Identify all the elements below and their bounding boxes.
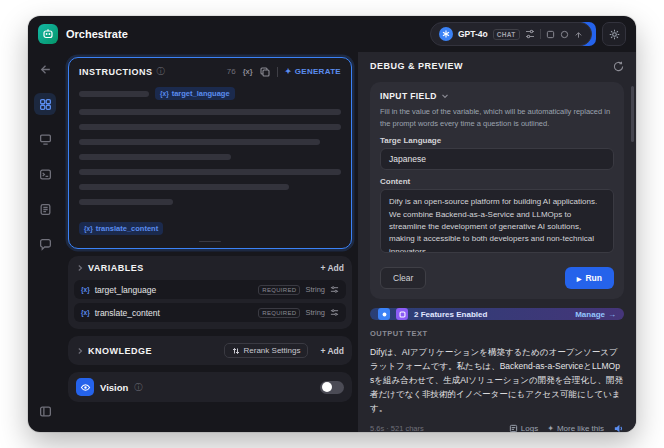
variable-type: String [305,308,325,317]
add-knowledge-button[interactable]: + Add [320,346,344,356]
input-field-card: INPUT FIELD Fill in the value of the var… [370,82,624,299]
edit-variable-button[interactable] [330,308,339,317]
logs-icon [39,203,52,216]
app-window: Orchestrate GPT-4o CHAT Publish [28,16,636,432]
content-textarea[interactable]: Dify is an open-source platform for buil… [380,189,614,253]
speaker-icon [613,423,624,432]
rerank-settings-button[interactable]: Rerank Settings [224,343,309,358]
sidebar-item-preview[interactable] [34,128,56,150]
model-option-icon[interactable] [560,30,569,39]
prompt-variable-token[interactable]: {x} translate_content [79,222,163,235]
variables-title: VARIABLES [88,263,144,273]
terminal-icon [39,168,52,181]
required-badge: REQUIRED [258,308,300,318]
insert-variable-button[interactable]: {x} [243,67,253,76]
refresh-button[interactable] [613,61,624,72]
clear-button[interactable]: Clear [380,267,426,289]
model-selector[interactable]: GPT-4o CHAT [430,22,592,46]
generate-button[interactable]: ✦ GENERATE [285,67,341,76]
orchestrate-icon [39,98,52,111]
input-field-description: Fill in the value of the variable, which… [380,106,614,129]
text-to-speech-button[interactable] [613,423,624,432]
copy-button[interactable] [260,67,270,77]
edit-variable-button[interactable] [330,285,339,294]
logs-button[interactable]: Logs [509,424,538,432]
collapse-sidebar-button[interactable] [34,400,56,422]
model-option-icon[interactable] [546,30,555,39]
chevron-down-icon [441,92,449,100]
app-icon[interactable] [38,24,58,44]
model-option-icon[interactable] [574,30,583,39]
refresh-icon [613,61,624,72]
prompt-variable-token[interactable]: {x} target_language [155,87,235,100]
run-label: Run [585,273,602,283]
resize-handle[interactable] [199,241,221,242]
arrow-right-icon: → [608,310,616,319]
skeleton-line [79,154,231,160]
required-badge: REQUIRED [258,285,300,295]
variable-name: translate_content [95,308,160,318]
skeleton-line [79,139,320,145]
monitor-icon [39,133,52,146]
knowledge-section: KNOWLEDGE Rerank Settings + Add [68,336,352,365]
sidebar-rail [28,52,62,432]
more-like-this-button[interactable]: ✦ More like this [547,424,604,432]
chevron-right-icon[interactable] [76,264,84,272]
add-variable-button[interactable]: + Add [320,263,344,273]
instructions-title: INSTRUCTIONS [79,67,153,77]
vision-section: Vision ⓘ [68,372,352,402]
openai-icon [439,27,453,41]
vision-toggle[interactable] [320,381,344,394]
more-like-this-label: More like this [557,424,604,432]
play-icon: ▶ [577,275,582,282]
manage-features-button[interactable]: Manage → [575,310,616,319]
variable-row[interactable]: {x} target_language REQUIRED String [74,280,346,299]
debug-preview-panel: DEBUG & PREVIEW INPUT FIELD Fill in the … [358,52,636,432]
target-language-select[interactable]: Japanese [380,148,614,170]
vision-label: Vision [100,382,128,393]
variable-row[interactable]: {x} translate_content REQUIRED String [74,303,346,322]
variable-icon: {x} [84,225,93,232]
skeleton-line [79,169,341,175]
features-enabled-label: 2 Features Enabled [414,310,487,319]
skeleton-line [79,124,341,130]
settings-button[interactable] [602,22,626,46]
manage-label: Manage [575,310,605,319]
output-stats: 5.6s · 521 chars [370,424,424,432]
instructions-editor[interactable]: INSTRUCTIONS ⓘ 76 {x} ✦ GENERATE [68,57,352,249]
vision-icon [76,378,94,396]
skeleton-line [79,91,149,97]
sidebar-item-orchestrate[interactable] [34,93,56,115]
prompt-editor-body[interactable]: {x} target_language {x} translate [79,77,341,235]
gear-icon [609,29,620,40]
variable-icon: {x} [81,286,90,293]
skeleton-line [79,109,341,115]
robot-icon [42,28,54,40]
info-icon: ⓘ [134,382,142,393]
run-button[interactable]: ▶ Run [565,267,614,289]
input-field-header[interactable]: INPUT FIELD [380,91,614,101]
back-button[interactable] [34,58,56,80]
variable-type: String [305,285,325,294]
toggle-knob [322,382,332,392]
divider [540,29,541,39]
feature-icon [378,308,390,320]
back-icon [39,63,52,76]
chevron-right-icon[interactable] [76,347,84,355]
rerank-label: Rerank Settings [244,346,301,355]
panel-collapse-icon [39,405,52,418]
target-language-label: Targe Language [380,136,614,145]
output-text: Difyは、AIアプリケーションを構築するためのオープンソースプラットフォームで… [370,345,624,415]
sidebar-item-logs[interactable] [34,198,56,220]
chat-bubble-icon [39,238,52,251]
sliders-icon[interactable] [525,29,535,39]
sidebar-item-annotations[interactable] [34,233,56,255]
variable-name: target_language [172,89,230,98]
sidebar-item-api-access[interactable] [34,163,56,185]
debug-title: DEBUG & PREVIEW [370,61,463,71]
skeleton-line [79,199,173,205]
rerank-icon [232,347,240,355]
content-label: Content [380,177,614,186]
info-icon: ⓘ [157,66,165,77]
scrollbar[interactable] [631,86,634,142]
